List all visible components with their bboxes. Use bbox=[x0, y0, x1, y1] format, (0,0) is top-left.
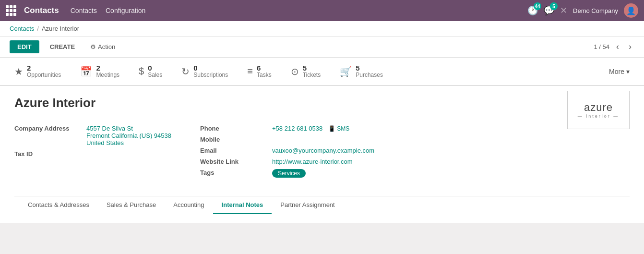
address-line1: 4557 De Silva St bbox=[86, 125, 171, 132]
tab-partner-assignment[interactable]: Partner Assignment bbox=[272, 196, 343, 214]
smart-buttons-bar: ★ 2 Opportunities 📅 2 Meetings $ 0 Sales bbox=[0, 58, 644, 86]
website-link[interactable]: http://www.azure-interior.com bbox=[272, 158, 353, 165]
website-row: Website Link http://www.azure-interior.c… bbox=[200, 158, 567, 165]
more-button[interactable]: More ▾ bbox=[599, 61, 639, 82]
mobile-label: Mobile bbox=[200, 136, 272, 143]
more-label: More bbox=[609, 68, 624, 75]
sales-button[interactable]: $ 0 Sales bbox=[129, 58, 172, 86]
tasks-button[interactable]: ≡ 6 Tasks bbox=[238, 58, 281, 86]
contact-info-left: Company Address 4557 De Silva St Fremont… bbox=[14, 125, 171, 181]
email-link[interactable]: vauxoo@yourcompany.example.com bbox=[272, 147, 374, 154]
address-line2: Fremont California (US) 94538 bbox=[86, 132, 171, 139]
tax-id-label: Tax ID bbox=[14, 150, 86, 157]
contact-form: azure — interior — Azure Interior Compan… bbox=[0, 86, 644, 223]
address-line3: United States bbox=[86, 139, 171, 146]
logo-sub: — interior — bbox=[578, 114, 620, 119]
dollar-icon: $ bbox=[139, 66, 144, 77]
tasks-count: 6 bbox=[257, 64, 272, 72]
meetings-count: 2 bbox=[96, 64, 119, 72]
nav-contacts[interactable]: Contacts bbox=[71, 7, 97, 14]
logo-text: azure bbox=[584, 101, 613, 114]
tabs-bar: Contacts & Addresses Sales & Purchase Ac… bbox=[14, 196, 630, 214]
clock-badge: 44 bbox=[534, 2, 541, 10]
contact-info-grid: Company Address 4557 De Silva St Fremont… bbox=[14, 125, 567, 181]
breadcrumb-separator: / bbox=[37, 25, 39, 32]
tickets-button[interactable]: ⊙ 5 Tickets bbox=[281, 58, 331, 86]
sms-label: SMS bbox=[337, 125, 349, 132]
edit-button[interactable]: EDIT bbox=[10, 40, 39, 53]
tickets-count: 5 bbox=[303, 64, 321, 72]
breadcrumb: Contacts / Azure Interior bbox=[0, 21, 644, 36]
prev-button[interactable]: ‹ bbox=[613, 41, 622, 53]
email-row: Email vauxoo@yourcompany.example.com bbox=[200, 147, 567, 154]
purchases-button[interactable]: 🛒 5 Purchases bbox=[330, 58, 393, 86]
action-button[interactable]: ⚙ Action bbox=[85, 40, 120, 53]
chat-badge: 5 bbox=[550, 2, 558, 10]
tags-label: Tags bbox=[200, 169, 272, 176]
opportunities-button[interactable]: ★ 2 Opportunities bbox=[5, 58, 71, 86]
email-label: Email bbox=[200, 147, 272, 154]
phone-link[interactable]: +58 212 681 0538 bbox=[272, 125, 322, 132]
website-value: http://www.azure-interior.com bbox=[272, 158, 353, 165]
tab-accounting[interactable]: Accounting bbox=[165, 196, 213, 214]
page-content: ★ 2 Opportunities 📅 2 Meetings $ 0 Sales bbox=[0, 58, 644, 254]
tab-contacts-addresses[interactable]: Contacts & Addresses bbox=[19, 196, 98, 214]
contact-card: ★ 2 Opportunities 📅 2 Meetings $ 0 Sales bbox=[0, 58, 644, 223]
topnav-icons: 🕐 44 💬 5 ✕ Demo Company 👤 bbox=[527, 3, 638, 18]
tasks-label: Tasks bbox=[257, 72, 272, 78]
top-navigation: Contacts Contacts Configuration 🕐 44 💬 5… bbox=[0, 0, 644, 21]
meetings-label: Meetings bbox=[96, 72, 119, 78]
mobile-row: Mobile bbox=[200, 136, 567, 143]
company-logo: azure — interior — bbox=[567, 91, 630, 129]
sales-label: Sales bbox=[148, 72, 162, 78]
pagination-count: 1 / 54 bbox=[594, 43, 609, 50]
tags-value: Services bbox=[272, 169, 306, 178]
tag-services: Services bbox=[272, 169, 306, 178]
nav-links: Contacts Configuration bbox=[71, 7, 146, 14]
meetings-button[interactable]: 📅 2 Meetings bbox=[71, 58, 129, 86]
email-value: vauxoo@yourcompany.example.com bbox=[272, 147, 374, 154]
tasks-icon: ≡ bbox=[247, 66, 253, 77]
cart-icon: 🛒 bbox=[340, 66, 352, 77]
phone-icon: 📱 bbox=[328, 125, 335, 132]
subscriptions-button[interactable]: ↻ 0 Subscriptions bbox=[172, 58, 238, 86]
close-icon[interactable]: ✕ bbox=[560, 5, 567, 16]
website-label: Website Link bbox=[200, 158, 272, 165]
address-value: 4557 De Silva St Fremont California (US)… bbox=[86, 125, 171, 146]
sms-link[interactable]: 📱 SMS bbox=[328, 125, 349, 132]
grid-icon bbox=[6, 5, 16, 16]
opportunities-label: Opportunities bbox=[27, 72, 61, 78]
user-avatar[interactable]: 👤 bbox=[624, 3, 638, 18]
contact-info-right: Phone +58 212 681 0538 📱 SMS Mobile bbox=[200, 125, 567, 181]
tab-sales-purchase[interactable]: Sales & Purchase bbox=[98, 196, 165, 214]
app-title: Contacts bbox=[24, 6, 59, 15]
purchases-label: Purchases bbox=[356, 72, 383, 78]
tab-internal-notes[interactable]: Internal Notes bbox=[213, 196, 272, 214]
app-menu-button[interactable] bbox=[6, 5, 16, 16]
nav-configuration[interactable]: Configuration bbox=[106, 7, 145, 14]
subscriptions-label: Subscriptions bbox=[193, 72, 228, 78]
address-label: Company Address bbox=[14, 125, 86, 132]
sales-count: 0 bbox=[148, 64, 162, 72]
company-name-heading: Azure Interior bbox=[14, 96, 630, 110]
clock-notification[interactable]: 🕐 44 bbox=[527, 5, 538, 16]
subscriptions-count: 0 bbox=[193, 64, 228, 72]
phone-label: Phone bbox=[200, 125, 272, 132]
action-button-label: Action bbox=[98, 43, 115, 50]
pagination: 1 / 54 ‹ › bbox=[594, 41, 634, 53]
ticket-icon: ⊙ bbox=[291, 66, 299, 77]
breadcrumb-current: Azure Interior bbox=[42, 25, 79, 32]
company-name: Demo Company bbox=[573, 7, 618, 14]
chat-notification[interactable]: 💬 5 bbox=[544, 5, 554, 16]
create-button[interactable]: CREATE bbox=[45, 40, 80, 53]
breadcrumb-parent[interactable]: Contacts bbox=[10, 25, 34, 32]
tax-id-row: Tax ID bbox=[14, 150, 171, 157]
action-gear-icon: ⚙ bbox=[90, 43, 96, 50]
phone-row: Phone +58 212 681 0538 📱 SMS bbox=[200, 125, 567, 132]
tickets-label: Tickets bbox=[303, 72, 321, 78]
address-row: Company Address 4557 De Silva St Fremont… bbox=[14, 125, 171, 146]
calendar-icon: 📅 bbox=[80, 66, 92, 77]
tags-row: Tags Services bbox=[200, 169, 567, 178]
next-button[interactable]: › bbox=[626, 41, 634, 53]
star-icon: ★ bbox=[14, 66, 23, 77]
